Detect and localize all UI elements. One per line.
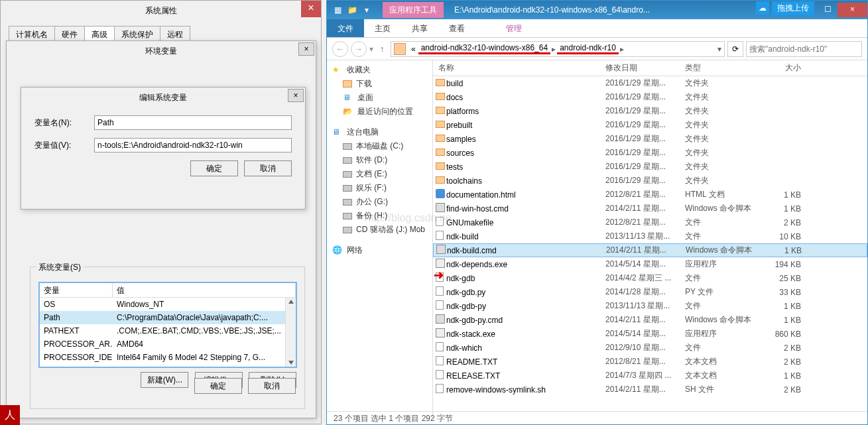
maximize-button[interactable]: ☐	[818, 3, 837, 17]
folder-icon	[436, 176, 445, 184]
ok-button[interactable]: 确定	[190, 160, 238, 176]
col-variable[interactable]: 变量	[40, 283, 113, 297]
exe-icon	[436, 259, 445, 268]
dropdown-icon[interactable]: ▾	[360, 3, 373, 17]
sidebar-item-drive[interactable]: 办公 (G:)	[327, 195, 432, 209]
cancel-button[interactable]: 取消	[244, 160, 292, 176]
breadcrumb-prefix[interactable]: «	[408, 44, 418, 54]
breadcrumb-segment[interactable]: android-ndk-r10	[557, 43, 619, 54]
file-row[interactable]: tests2016/1/29 星期...文件夹	[433, 160, 867, 174]
file-row[interactable]: ndk-gdb-py.cmd2014/2/11 星期...Windows 命令脚…	[433, 313, 867, 327]
close-icon[interactable]: ×	[298, 42, 314, 56]
sidebar-item-drive[interactable]: 本地磁盘 (C:)	[327, 139, 432, 153]
file-row[interactable]: sources2016/1/29 星期...文件夹	[433, 146, 867, 160]
sidebar-item-drive[interactable]: 娱乐 (F:)	[327, 181, 432, 195]
sidebar-item-drive[interactable]: CD 驱动器 (J:) Mob	[327, 223, 432, 237]
sysprops-titlebar: 系统属性 ×	[1, 1, 321, 21]
variable-value-label: 变量值(V):	[34, 140, 94, 151]
tab-manage[interactable]: 管理	[495, 19, 532, 37]
history-dropdown-icon[interactable]: ▾	[369, 44, 373, 54]
close-icon[interactable]: ×	[288, 89, 304, 102]
file-row[interactable]: ndk-which2012/9/10 星期...文件2 KB	[433, 341, 867, 355]
scrollbar[interactable]	[285, 298, 296, 367]
file-row[interactable]: toolchains2016/1/29 星期...文件夹	[433, 174, 867, 188]
close-icon[interactable]: ×	[301, 1, 321, 17]
dropdown-icon[interactable]: ▾	[717, 44, 721, 54]
new-button[interactable]: 新建(W)...	[141, 372, 188, 388]
forward-button[interactable]: →	[351, 41, 367, 57]
breadcrumb-segment[interactable]: android-ndk32-r10-windows-x86_64	[418, 43, 550, 54]
variable-row[interactable]: PATHEXT.COM;.EXE;.BAT;.CMD;.VBS;.VBE;.JS…	[40, 324, 296, 337]
explorer-titlebar[interactable]: ▦ 📁 ▾ 应用程序工具 E:\Android\android-ndk32-r1…	[327, 1, 867, 19]
file-row[interactable]: ndk-gdb2014/4/2 星期三 ...文件25 KB	[433, 271, 867, 285]
tab-share[interactable]: 共享	[401, 19, 438, 37]
adobe-icon[interactable]: 人	[0, 405, 20, 425]
ok-button[interactable]: 确定	[194, 378, 242, 394]
file-row[interactable]: ndk-gdb-py2013/11/13 星期...文件1 KB	[433, 299, 867, 313]
file-row[interactable]: build2016/1/29 星期...文件夹	[433, 76, 867, 90]
close-button[interactable]: ×	[837, 3, 867, 17]
file-row[interactable]: ndk-build.cmd2014/2/11 星期...Windows 命令脚本…	[433, 243, 867, 257]
column-name[interactable]: 名称	[433, 62, 605, 74]
file-row[interactable]: remove-windows-symlink.sh2014/2/11 星期...…	[433, 383, 867, 396]
file-row[interactable]: RELEASE.TXT2014/7/3 星期四 ...文本文档1 KB	[433, 369, 867, 383]
file-row[interactable]: README.TXT2012/8/21 星期...文本文档2 KB	[433, 355, 867, 369]
column-type[interactable]: 类型	[685, 62, 761, 74]
edit-system-variable-dialog: 编辑系统变量 × 变量名(N): 变量值(V): 确定 取消	[21, 87, 306, 210]
sidebar-item-thispc[interactable]: 🖥这台电脑	[327, 125, 432, 139]
search-input[interactable]	[746, 41, 862, 57]
col-value[interactable]: 值	[113, 283, 296, 297]
sidebar-item-drive[interactable]: 软件 (D:)	[327, 153, 432, 167]
variable-row[interactable]: PROCESSOR_AR...AMD64	[40, 337, 296, 351]
file-row[interactable]: ndk-depends.exe2014/5/14 星期...应用程序194 KB	[433, 257, 867, 271]
file-row[interactable]: docs2016/1/29 星期...文件夹	[433, 90, 867, 104]
breadcrumb[interactable]: « android-ndk32-r10-windows-x86_64 ▸ and…	[391, 41, 725, 57]
variable-row[interactable]: PROCESSOR_IDE...Intel64 Family 6 Model 4…	[40, 351, 296, 364]
back-button[interactable]: ←	[332, 41, 348, 57]
cancel-button[interactable]: 取消	[248, 378, 296, 394]
sidebar-item-recent[interactable]: 📂最近访问的位置	[327, 105, 432, 119]
file-row[interactable]: platforms2016/1/29 星期...文件夹	[433, 104, 867, 118]
status-bar: 23 个项目 选中 1 个项目 292 字节	[327, 411, 867, 424]
refresh-button[interactable]: ⟳	[727, 41, 743, 57]
column-date[interactable]: 修改日期	[605, 62, 685, 74]
chevron-right-icon[interactable]: ▸	[619, 44, 625, 54]
file-row[interactable]: samples2016/1/29 星期...文件夹	[433, 132, 867, 146]
file-row[interactable]: GNUmakefile2012/8/21 星期...文件2 KB	[433, 215, 867, 229]
window-title-path: E:\Android\android-ndk32-r10-windows-x86…	[449, 5, 798, 15]
sidebar-item-drive[interactable]: 文档 (E:)	[327, 167, 432, 181]
folder-icon[interactable]: 📁	[345, 3, 359, 17]
variable-value-input[interactable]	[94, 138, 292, 152]
sysprops-title-text: 系统属性	[145, 6, 177, 15]
file-row[interactable]: prebuilt2016/1/29 星期...文件夹	[433, 118, 867, 132]
variable-row[interactable]: PathC:\ProgramData\Oracle\Java\javapath;…	[40, 311, 296, 324]
file-row[interactable]: ndk-build2013/11/13 星期...文件10 KB	[433, 229, 867, 243]
folder-icon	[436, 135, 445, 142]
up-button[interactable]: ↑	[376, 44, 388, 54]
sidebar-item-downloads[interactable]: 下载	[327, 77, 432, 91]
file-row[interactable]: find-win-host.cmd2014/2/11 星期...Windows …	[433, 202, 867, 215]
chevron-right-icon[interactable]: ▸	[550, 44, 557, 54]
folder-icon	[436, 121, 445, 128]
system-variables-list[interactable]: 变量 值 OSWindows_NTPathC:\ProgramData\Orac…	[38, 282, 297, 368]
file-row[interactable]: ndk-gdb.py2014/1/28 星期...PY 文件33 KB	[433, 285, 867, 299]
sidebar-item-favorites[interactable]: ★收藏夹	[327, 63, 432, 77]
file-list-pane: 名称 修改日期 类型 大小 build2016/1/29 星期...文件夹doc…	[433, 60, 867, 418]
sidebar-item-network[interactable]: 🌐网络	[327, 243, 432, 257]
tab-home[interactable]: 主页	[364, 19, 401, 37]
sidebar-item-drive[interactable]: 备份 (H:)	[327, 209, 432, 223]
varlist-header: 变量 值	[40, 283, 296, 298]
column-size[interactable]: 大小	[761, 62, 808, 74]
properties-icon[interactable]: ▦	[331, 3, 344, 17]
folder-icon	[436, 162, 445, 170]
variable-name-input[interactable]	[94, 115, 292, 130]
cmd-icon	[436, 245, 446, 254]
drag-upload-button[interactable]: 拖拽上传	[772, 1, 814, 15]
variable-row[interactable]: OSWindows_NT	[40, 298, 296, 311]
cloud-icon[interactable]: ☁	[756, 1, 769, 15]
tab-view[interactable]: 查看	[438, 19, 475, 37]
file-row[interactable]: ndk-stack.exe2014/5/14 星期...应用程序860 KB	[433, 327, 867, 341]
sidebar-item-desktop[interactable]: 🖥桌面	[327, 91, 432, 105]
file-row[interactable]: documentation.html2012/8/21 星期...HTML 文档…	[433, 188, 867, 202]
tab-file[interactable]: 文件	[327, 19, 364, 37]
